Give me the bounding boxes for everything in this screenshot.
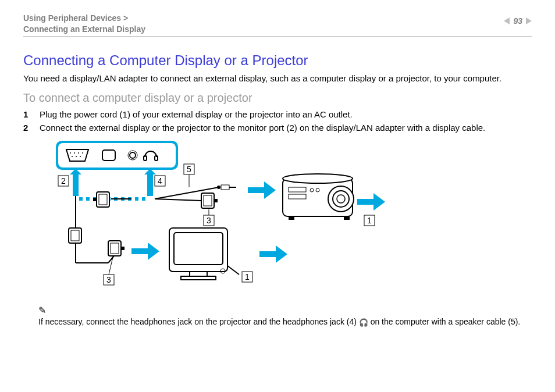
svg-rect-1 [58,143,176,168]
footnote: ✎ If necessary, connect the headphones j… [38,305,532,327]
callout-1b: 1 [245,272,250,281]
svg-rect-38 [93,198,97,201]
section-title: Connecting a Computer Display or a Proje… [23,52,532,69]
svg-point-5 [82,152,83,154]
svg-line-43 [155,199,201,201]
svg-rect-59 [181,276,216,280]
note-text-suffix: on the computer with a speaker cable (5)… [368,317,520,326]
breadcrumb: Using Peripheral Devices > Connecting an… [23,13,145,35]
headphones-icon: 🎧 [359,318,368,327]
svg-rect-33 [344,216,350,220]
svg-rect-19 [221,185,229,190]
step-list: 1 Plug the power cord (1) of your extern… [23,109,532,133]
section-intro: You need a display/LAN adapter to connec… [23,73,532,83]
step-text: Plug the power cord (1) of your external… [40,109,353,119]
svg-point-24 [283,174,353,183]
svg-point-8 [80,156,81,157]
manual-page: Using Peripheral Devices > Connecting an… [0,0,555,392]
page-number: 93 [513,16,522,26]
callout-1a: 1 [367,216,372,225]
step-number: 2 [23,123,31,133]
svg-line-60 [227,266,239,275]
svg-point-7 [76,156,77,157]
callout-4: 4 [158,176,162,186]
svg-point-25 [328,186,354,212]
projector-icon [283,174,354,220]
svg-point-2 [70,152,71,154]
connection-diagram: 2 4 5 [38,141,532,294]
breadcrumb-line-1: Using Peripheral Devices > [23,13,128,23]
callout-3a: 3 [207,216,211,225]
step-item: 2 Connect the external display or the pr… [23,123,532,133]
pencil-icon: ✎ [38,305,532,316]
prev-page-icon[interactable] [504,17,510,24]
callout-3b: 3 [106,275,111,284]
page-header: Using Peripheral Devices > Connecting an… [23,13,532,35]
section-subtitle: To connect a computer display or a proje… [23,91,532,105]
header-rule [23,36,532,37]
svg-point-6 [72,156,73,157]
callout-2: 2 [61,176,66,186]
step-item: 1 Plug the power cord (1) of your extern… [23,109,532,119]
breadcrumb-line-2: Connecting an External Display [23,24,145,34]
next-page-icon[interactable] [526,17,532,24]
svg-line-53 [108,256,114,263]
step-number: 1 [23,109,31,119]
note-text-prefix: If necessary, connect the headphones jac… [38,317,359,326]
svg-point-4 [78,152,79,154]
svg-point-18 [217,186,220,189]
page-navigation: 93 [504,16,532,26]
svg-point-3 [74,152,75,154]
content-area: Connecting a Computer Display or a Proje… [23,52,532,327]
svg-rect-32 [289,216,294,220]
svg-rect-52 [121,247,124,250]
svg-rect-58 [190,272,207,276]
svg-rect-42 [214,199,218,202]
callout-5: 5 [187,165,191,174]
monitor-icon [169,228,227,280]
step-text: Connect the external display or the proj… [40,123,485,133]
svg-rect-57 [174,233,223,265]
